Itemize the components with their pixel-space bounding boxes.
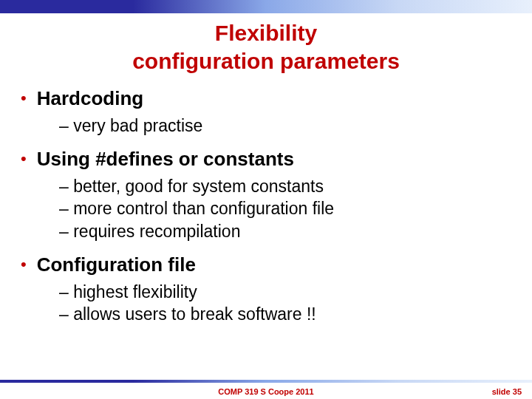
bullet-heading: Hardcoding (37, 86, 143, 112)
bullet-marker-icon: • (21, 149, 27, 170)
sub-item: – better, good for system constants (59, 175, 511, 197)
sub-list: – better, good for system constants – mo… (59, 175, 511, 242)
sub-item: – highest flexibility (59, 281, 511, 303)
slide-footer: COMP 319 S Coope 2011 slide 35 (0, 384, 532, 399)
slide-content: • Hardcoding – very bad practise • Using… (0, 75, 532, 326)
bullet-item: • Configuration file (21, 253, 511, 278)
sub-list: – very bad practise (59, 115, 511, 137)
top-accent-bar (0, 0, 532, 13)
sub-item: – more control than configuration file (59, 197, 511, 219)
bottom-accent-bar (0, 380, 532, 383)
footer-slide-number: slide 35 (492, 387, 522, 396)
bullet-heading: Using #defines or constants (37, 147, 294, 172)
sub-item: – requires recompilation (59, 220, 511, 242)
bullet-marker-icon: • (21, 88, 27, 109)
sub-list: – highest flexibility – allows users to … (59, 281, 511, 326)
bullet-heading: Configuration file (37, 253, 196, 278)
slide-title: Flexibility configuration parameters (0, 19, 532, 75)
title-line-2: configuration parameters (0, 47, 532, 75)
sub-item: – allows users to break software !! (59, 303, 511, 325)
bullet-item: • Using #defines or constants (21, 147, 511, 172)
title-line-1: Flexibility (0, 19, 532, 47)
footer-course-info: COMP 319 S Coope 2011 (0, 387, 532, 396)
sub-item: – very bad practise (59, 115, 511, 137)
bullet-marker-icon: • (21, 254, 27, 276)
bullet-item: • Hardcoding (21, 86, 511, 112)
